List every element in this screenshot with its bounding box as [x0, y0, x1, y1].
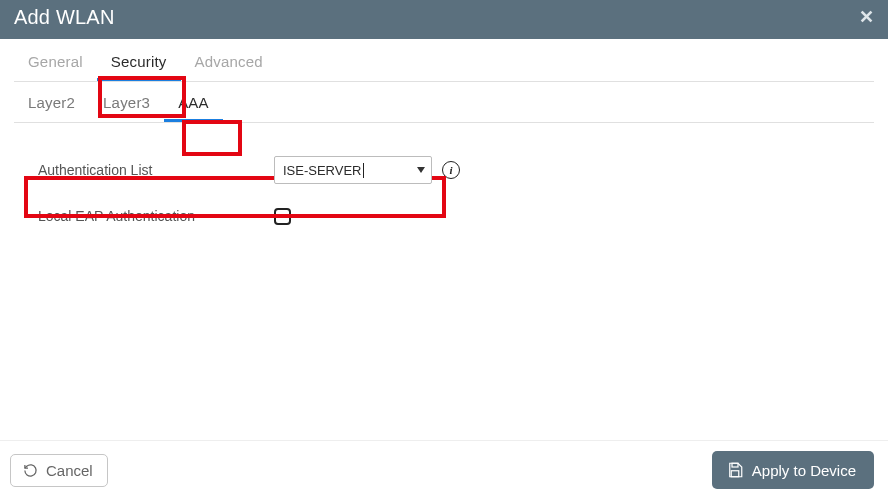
svg-rect-1 — [731, 471, 739, 477]
tab-advanced[interactable]: Advanced — [181, 43, 277, 81]
modal-content: General Security Advanced Layer2 Layer3 … — [0, 39, 888, 440]
modal-titlebar: Add WLAN ✕ — [0, 0, 888, 39]
local-eap-checkbox[interactable] — [274, 208, 291, 225]
subtab-layer3[interactable]: Layer3 — [89, 84, 164, 122]
apply-button[interactable]: Apply to Device — [712, 451, 874, 489]
close-icon[interactable]: ✕ — [859, 6, 874, 26]
text-cursor — [363, 163, 364, 178]
tab-security[interactable]: Security — [97, 43, 181, 81]
authentication-list-select[interactable]: ISE-SERVER — [274, 156, 432, 184]
field-authentication-list: ISE-SERVER i — [270, 152, 466, 188]
subtab-layer2[interactable]: Layer2 — [14, 84, 89, 122]
undo-icon — [23, 463, 38, 478]
primary-tabs: General Security Advanced — [14, 43, 888, 81]
row-authentication-list: Authentication List ISE-SERVER i — [28, 147, 888, 193]
save-icon — [726, 461, 744, 479]
row-local-eap: Local EAP Authentication — [28, 193, 888, 239]
modal-footer: Cancel Apply to Device — [0, 440, 888, 501]
label-local-eap: Local EAP Authentication — [28, 208, 270, 224]
apply-label: Apply to Device — [752, 463, 856, 478]
cancel-label: Cancel — [46, 463, 93, 478]
field-local-eap — [270, 204, 297, 229]
aaa-form: Authentication List ISE-SERVER i Local E… — [0, 123, 888, 239]
modal-title: Add WLAN — [14, 6, 115, 29]
authentication-list-value: ISE-SERVER — [283, 163, 362, 178]
svg-rect-0 — [732, 463, 738, 467]
primary-tab-separator — [14, 81, 874, 82]
subtab-aaa[interactable]: AAA — [164, 84, 223, 122]
info-icon[interactable]: i — [442, 161, 460, 179]
secondary-tabs: Layer2 Layer3 AAA — [14, 84, 888, 122]
label-authentication-list: Authentication List — [28, 162, 270, 178]
tab-general[interactable]: General — [14, 43, 97, 81]
cancel-button[interactable]: Cancel — [10, 454, 108, 487]
chevron-down-icon — [417, 167, 425, 173]
